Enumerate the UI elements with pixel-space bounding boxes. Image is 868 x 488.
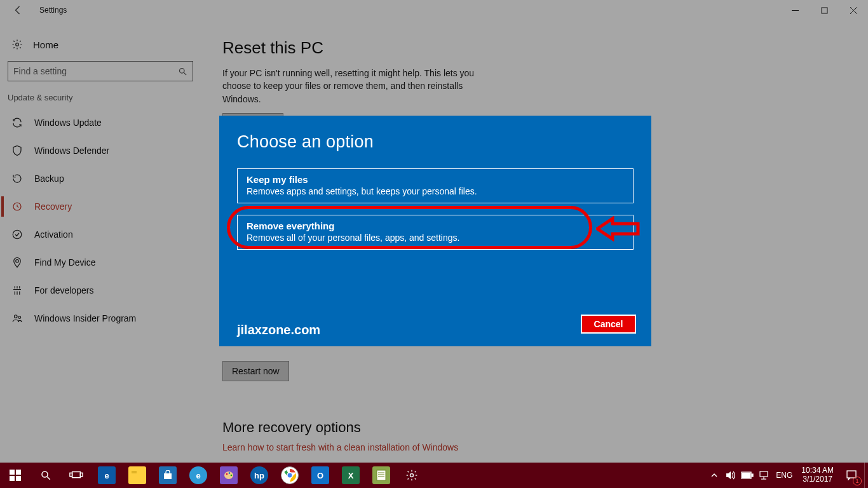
svg-point-9	[16, 260, 19, 263]
reset-description: If your PC isn't running well, resetting…	[222, 67, 496, 105]
tray-date: 3/1/2017	[801, 475, 834, 484]
task-view-button[interactable]	[61, 463, 92, 488]
tray-clock[interactable]: 10:34 AM 3/1/2017	[796, 466, 839, 484]
sidebar-item-label: Windows Update	[34, 118, 102, 128]
svg-point-8	[13, 230, 22, 239]
shield-icon	[11, 145, 23, 156]
option-description: Removes apps and settings, but keeps you…	[247, 186, 624, 196]
svg-rect-19	[70, 473, 72, 477]
sidebar-item-label: Backup	[34, 173, 64, 184]
sync-icon	[11, 117, 23, 128]
svg-point-24	[226, 473, 228, 475]
tray-action-center[interactable]: 1	[839, 463, 864, 488]
search-input[interactable]: Find a setting	[8, 61, 193, 81]
taskbar-app-chrome[interactable]	[275, 463, 305, 488]
tray-network-icon[interactable]	[756, 463, 772, 488]
nav-group-label: Update & security	[5, 93, 198, 109]
tray-overflow-icon[interactable]	[706, 463, 722, 488]
svg-line-17	[47, 477, 50, 480]
taskbar-app-file-explorer[interactable]	[122, 463, 153, 488]
taskbar-app-ie[interactable]: e	[183, 463, 214, 488]
svg-line-6	[184, 72, 186, 75]
tray-time: 10:34 AM	[801, 466, 834, 475]
show-desktop-button[interactable]	[864, 463, 868, 488]
cancel-button[interactable]: Cancel	[581, 315, 636, 334]
location-icon	[11, 257, 23, 268]
sidebar-item-label: Windows Insider Program	[34, 313, 136, 323]
maximize-button[interactable]	[810, 0, 839, 20]
svg-rect-12	[10, 470, 15, 475]
start-fresh-link[interactable]: Learn how to start fresh with a clean in…	[222, 442, 686, 452]
restart-now-button[interactable]: Restart now	[222, 361, 289, 381]
taskbar-app-paint[interactable]	[214, 463, 244, 488]
backup-icon	[11, 173, 23, 184]
option-keep-my-files[interactable]: Keep my files Removes apps and settings,…	[237, 168, 634, 203]
gear-icon	[11, 39, 23, 50]
svg-rect-1	[822, 8, 827, 13]
sidebar-item-insider[interactable]: Windows Insider Program	[5, 304, 198, 332]
svg-point-26	[231, 475, 233, 477]
svg-rect-13	[16, 470, 21, 475]
developers-icon	[11, 285, 23, 296]
reset-heading: Reset this PC	[222, 38, 686, 58]
svg-rect-18	[72, 472, 81, 478]
sidebar-item-for-developers[interactable]: For developers	[5, 276, 198, 304]
more-recovery-heading: More recovery options	[222, 419, 686, 436]
svg-rect-37	[760, 471, 768, 477]
svg-rect-29	[377, 470, 386, 480]
sidebar-item-recovery[interactable]: Recovery	[5, 193, 198, 220]
option-title: Keep my files	[247, 174, 624, 185]
check-circle-icon	[11, 229, 23, 240]
search-icon	[178, 67, 187, 76]
window-title: Settings	[39, 6, 67, 15]
svg-rect-35	[752, 474, 753, 477]
sidebar-item-windows-update[interactable]: Windows Update	[5, 109, 198, 137]
sidebar-item-backup[interactable]: Backup	[5, 165, 198, 193]
svg-rect-36	[743, 473, 750, 478]
start-button[interactable]	[0, 463, 31, 488]
sidebar-item-label: Windows Defender	[34, 146, 109, 156]
taskbar-app-notepad[interactable]	[366, 463, 397, 488]
svg-point-5	[180, 68, 185, 73]
taskbar-app-settings[interactable]	[397, 463, 427, 488]
svg-rect-20	[80, 473, 83, 477]
people-icon	[11, 313, 23, 324]
search-placeholder: Find a setting	[13, 66, 178, 76]
sidebar-item-windows-defender[interactable]: Windows Defender	[5, 137, 198, 165]
recovery-icon	[11, 201, 23, 212]
svg-point-4	[16, 43, 19, 46]
sidebar-item-find-my-device[interactable]: Find My Device	[5, 248, 198, 276]
notification-badge: 1	[853, 477, 862, 485]
svg-rect-15	[16, 476, 21, 481]
svg-rect-22	[132, 471, 137, 473]
taskbar: e e hp O X ENG 10:34 AM 3/1/2017 1	[0, 463, 868, 488]
home-link[interactable]: Home	[5, 32, 198, 57]
svg-point-10	[15, 315, 18, 318]
taskbar-app-outlook[interactable]: O	[305, 463, 336, 488]
tray-battery-icon[interactable]	[739, 463, 756, 488]
sidebar-item-label: Find My Device	[34, 257, 95, 268]
svg-point-16	[42, 471, 48, 477]
taskbar-app-store[interactable]	[153, 463, 183, 488]
search-taskbar-button[interactable]	[31, 463, 61, 488]
taskbar-app-edge[interactable]: e	[92, 463, 122, 488]
dialog-title: Choose an option	[237, 132, 634, 152]
svg-point-28	[287, 473, 292, 478]
annotation-arrow-left-icon	[596, 216, 642, 241]
sidebar-item-activation[interactable]: Activation	[5, 220, 198, 248]
tray-language[interactable]: ENG	[772, 471, 796, 480]
minimize-button[interactable]	[780, 0, 810, 20]
svg-point-33	[410, 474, 414, 477]
sidebar-item-label: Activation	[34, 229, 73, 240]
home-label: Home	[33, 39, 58, 50]
sidebar-item-label: Recovery	[34, 201, 72, 212]
svg-point-25	[229, 472, 231, 474]
svg-rect-14	[10, 476, 15, 481]
back-button[interactable]	[9, 1, 28, 20]
tray-volume-icon[interactable]	[722, 463, 739, 488]
taskbar-app-hp[interactable]: hp	[244, 463, 275, 488]
annotation-highlight-ring	[227, 206, 592, 249]
sidebar-item-label: For developers	[34, 285, 93, 295]
taskbar-app-excel[interactable]: X	[336, 463, 366, 488]
close-button[interactable]	[839, 0, 868, 20]
